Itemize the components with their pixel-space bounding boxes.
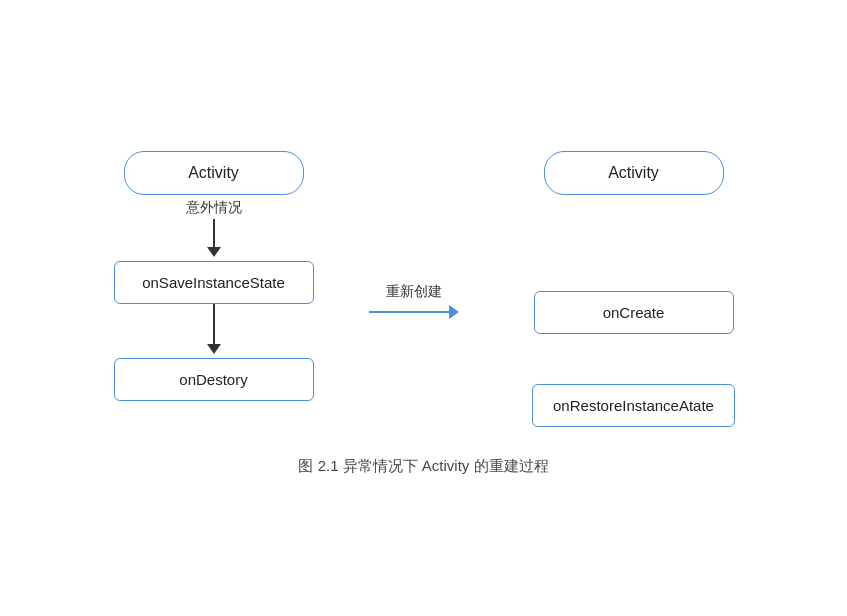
right-activity-node: Activity bbox=[544, 151, 724, 195]
right-restore-node: onRestoreInstanceAtate bbox=[532, 384, 735, 427]
left-activity-node: Activity bbox=[124, 151, 304, 195]
h-arrow-label: 重新创建 bbox=[386, 283, 442, 301]
arrow-line-v1 bbox=[213, 219, 215, 247]
diagram-main: Activity 意外情况 onSaveInstanceState onDest… bbox=[40, 151, 807, 427]
h-arrow-col: 重新创建 bbox=[354, 151, 474, 319]
right-column: Activity onCreate onRestoreInstanceAtate bbox=[494, 151, 774, 427]
caption-text: 图 2.1 异常情况下 Activity 的重建过程 bbox=[298, 457, 548, 474]
left-activity-label: Activity bbox=[188, 164, 239, 181]
right-restore-label: onRestoreInstanceAtate bbox=[553, 397, 714, 414]
arrow-head-down2 bbox=[207, 344, 221, 354]
right-activity-label: Activity bbox=[608, 164, 659, 181]
left-destory-node: onDestory bbox=[114, 358, 314, 401]
diagram-container: Activity 意外情况 onSaveInstanceState onDest… bbox=[0, 121, 847, 496]
arrow-line-v2 bbox=[213, 304, 215, 344]
h-arrow-line bbox=[369, 311, 449, 313]
arrow-down-1: 意外情况 bbox=[186, 199, 242, 257]
arrow1-label: 意外情况 bbox=[186, 199, 242, 217]
right-oncreate-node: onCreate bbox=[534, 291, 734, 334]
left-destory-label: onDestory bbox=[179, 371, 247, 388]
h-arrow-wrapper: 重新创建 bbox=[369, 305, 459, 319]
left-save-instance-node: onSaveInstanceState bbox=[114, 261, 314, 304]
arrow-down-2 bbox=[207, 304, 221, 354]
diagram-caption: 图 2.1 异常情况下 Activity 的重建过程 bbox=[298, 457, 548, 476]
right-oncreate-label: onCreate bbox=[603, 304, 665, 321]
left-column: Activity 意外情况 onSaveInstanceState onDest… bbox=[74, 151, 354, 401]
h-arrow-head bbox=[449, 305, 459, 319]
arrow-head-down1 bbox=[207, 247, 221, 257]
left-save-instance-label: onSaveInstanceState bbox=[142, 274, 285, 291]
